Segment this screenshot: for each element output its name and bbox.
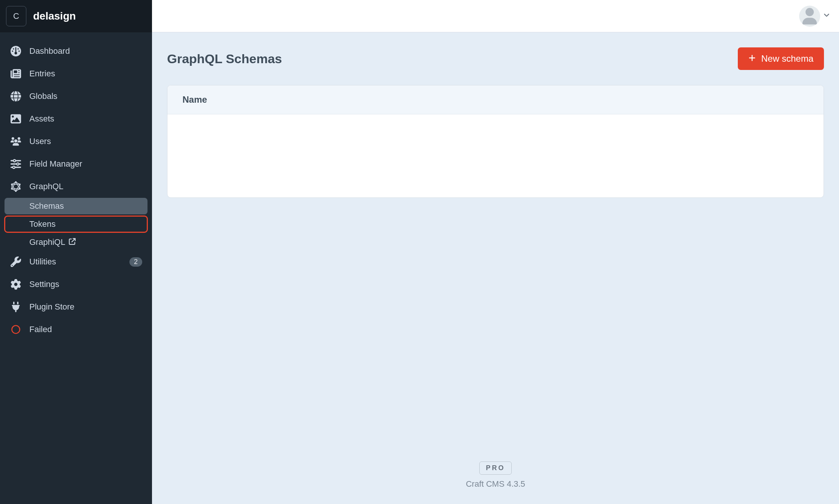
sidebar-item-label: Dashboard [29, 46, 70, 56]
sidebar-item-label: GraphQL [29, 182, 64, 191]
wrench-icon [10, 256, 22, 268]
svg-point-5 [11, 184, 12, 185]
subnav-item-label: GraphiQL [29, 237, 65, 247]
sidebar-item-dashboard[interactable]: Dashboard [5, 40, 147, 62]
svg-point-2 [19, 188, 20, 190]
sidebar-item-label: Failed [29, 325, 52, 334]
sidebar-item-label: Users [29, 137, 51, 146]
subnav-item-tokens[interactable]: Tokens [5, 216, 147, 232]
sidebar-item-failed[interactable]: Failed [5, 318, 147, 341]
subnav-item-label: Schemas [29, 201, 64, 211]
new-schema-button[interactable]: New schema [738, 47, 824, 70]
subnav-item-graphiql[interactable]: GraphiQL [5, 234, 147, 250]
subnav-item-schemas[interactable]: Schemas [5, 198, 147, 214]
graphql-subnav: Schemas Tokens GraphiQL [5, 198, 147, 250]
sidebar-item-label: Field Manager [29, 159, 82, 169]
sidebar-item-settings[interactable]: Settings [5, 273, 147, 296]
page-title: GraphQL Schemas [167, 52, 282, 66]
site-logo-badge: C [6, 6, 26, 26]
plug-icon [10, 301, 22, 313]
utilities-badge: 2 [129, 257, 142, 267]
page-header: GraphQL Schemas New schema [167, 47, 824, 70]
globe-icon [10, 90, 22, 102]
sidebar-item-plugin-store[interactable]: Plugin Store [5, 296, 147, 318]
external-link-icon [69, 237, 76, 247]
plus-icon [748, 53, 756, 64]
sidebar-item-users[interactable]: Users [5, 130, 147, 153]
edition-badge[interactable]: PRO [479, 461, 511, 475]
gear-icon [10, 278, 22, 290]
site-name: delasign [33, 10, 76, 22]
sidebar-item-label: Globals [29, 91, 58, 101]
svg-point-1 [19, 184, 20, 185]
content: GraphQL Schemas New schema Name PRO Craf… [152, 32, 839, 504]
main-area: GraphQL Schemas New schema Name PRO Craf… [152, 0, 839, 504]
sidebar-item-label: Settings [29, 279, 59, 289]
cms-version: Craft CMS 4.3.5 [466, 479, 525, 489]
sidebar-item-label: Assets [29, 114, 54, 124]
svg-point-6 [12, 326, 20, 334]
subnav-item-label: Tokens [29, 219, 56, 229]
sidebar-item-label: Utilities [29, 257, 56, 267]
sidebar-item-assets[interactable]: Assets [5, 108, 147, 130]
sidebar-item-label: Entries [29, 69, 55, 79]
graphql-icon [10, 181, 22, 193]
sidebar-item-utilities[interactable]: Utilities 2 [5, 250, 147, 273]
sidebar-item-entries[interactable]: Entries [5, 62, 147, 85]
sidebar-item-globals[interactable]: Globals [5, 85, 147, 108]
sidebar-nav: Dashboard Entries Globals Assets Users [0, 32, 152, 348]
sidebar-item-field-manager[interactable]: Field Manager [5, 153, 147, 175]
gauge-icon [10, 45, 22, 57]
sidebar-item-label: Plugin Store [29, 302, 74, 312]
sidebar-item-graphql[interactable]: GraphQL [5, 175, 147, 198]
newspaper-icon [10, 68, 22, 80]
sidebar: C delasign Dashboard Entries Globals [0, 0, 152, 504]
footer: PRO Craft CMS 4.3.5 [167, 446, 824, 489]
sidebar-header[interactable]: C delasign [0, 0, 152, 32]
topbar [152, 0, 839, 32]
chevron-down-icon [823, 12, 830, 20]
sliders-icon [10, 158, 22, 170]
svg-point-4 [11, 188, 12, 190]
site-logo-letter: C [13, 11, 19, 21]
table-header-name[interactable]: Name [167, 85, 824, 114]
users-icon [10, 135, 22, 147]
schemas-panel: Name [167, 85, 824, 198]
user-menu[interactable] [799, 6, 830, 27]
circle-outline-icon [10, 323, 22, 335]
image-icon [10, 113, 22, 125]
new-schema-button-label: New schema [761, 53, 813, 64]
avatar [799, 6, 820, 27]
